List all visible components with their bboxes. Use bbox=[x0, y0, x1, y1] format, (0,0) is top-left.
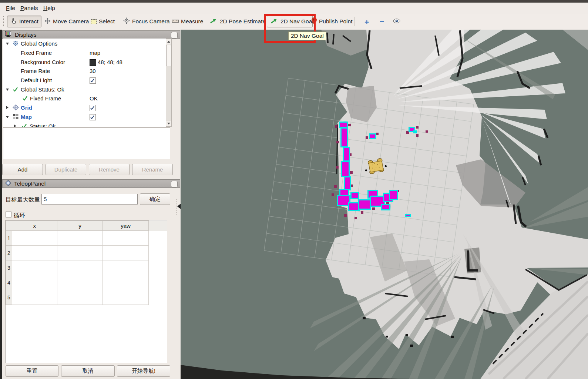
row-header-3[interactable]: 3 bbox=[6, 260, 12, 275]
diamond-icon bbox=[5, 180, 11, 187]
tree-row-map-status-clipped[interactable]: Status: Ok bbox=[3, 122, 166, 127]
cell-x-5[interactable] bbox=[12, 290, 57, 305]
toolbar-drag-handle[interactable] bbox=[3, 16, 5, 27]
row-header-4[interactable]: 4 bbox=[6, 275, 12, 290]
render-viewport[interactable] bbox=[181, 30, 588, 379]
cell-yaw-1[interactable] bbox=[103, 231, 149, 246]
status-ok-check-icon bbox=[21, 123, 27, 127]
menu-help[interactable]: Help bbox=[42, 4, 57, 13]
cell-y-5[interactable] bbox=[57, 290, 103, 305]
displays-tree[interactable]: Global Options Fixed Frame map Backgroun… bbox=[3, 39, 166, 127]
confirm-button[interactable]: 确定 bbox=[140, 193, 170, 205]
remove-button[interactable]: Remove bbox=[89, 164, 130, 175]
cell-yaw-2[interactable] bbox=[103, 246, 149, 260]
add-display-button[interactable]: + bbox=[364, 16, 369, 28]
table-row: 1 bbox=[6, 231, 167, 246]
displays-panel-header[interactable]: Displays bbox=[2, 30, 180, 39]
focus-camera-tool[interactable]: Focus Camera bbox=[123, 16, 170, 27]
max-goals-input[interactable] bbox=[41, 194, 138, 205]
cell-y-1[interactable] bbox=[57, 231, 103, 246]
map-display-icon bbox=[13, 114, 19, 121]
background-color-value[interactable]: 48; 48; 48 bbox=[98, 59, 122, 65]
tree-row-background-color[interactable]: Background Color 48; 48; 48 bbox=[3, 58, 166, 67]
tree-item-label: Frame Rate bbox=[21, 68, 50, 74]
row-header-5[interactable]: 5 bbox=[6, 290, 12, 305]
row-header-2[interactable]: 2 bbox=[6, 246, 12, 260]
tree-row-grid[interactable]: Grid bbox=[3, 103, 166, 113]
status-ok-check-icon bbox=[13, 87, 18, 93]
cell-x-4[interactable] bbox=[12, 275, 57, 290]
add-button[interactable]: Add bbox=[2, 164, 43, 175]
menu-file[interactable]: File bbox=[4, 4, 17, 13]
menu-panels[interactable]: Panels bbox=[19, 4, 39, 13]
tree-row-global-status[interactable]: Global Status: Ok bbox=[3, 85, 166, 94]
left-dock-area: Displays Global Options Fixed Frame bbox=[2, 30, 181, 379]
tree-row-map[interactable]: Map bbox=[3, 113, 166, 122]
tree-row-default-light[interactable]: Default Light bbox=[3, 76, 166, 85]
cell-yaw-3[interactable] bbox=[103, 260, 149, 275]
collapse-left-icon[interactable] bbox=[177, 204, 181, 209]
scroll-up-icon[interactable] bbox=[166, 39, 171, 44]
grid-enabled-checkbox[interactable] bbox=[90, 105, 96, 111]
teleop-panel-header[interactable]: TeleopPanel bbox=[2, 179, 180, 188]
pose-estimate-tool[interactable]: 2D Pose Estimate bbox=[210, 16, 266, 27]
tree-item-label: Grid bbox=[21, 104, 32, 111]
tree-row-global-options[interactable]: Global Options bbox=[3, 39, 166, 49]
gear-icon bbox=[13, 40, 19, 48]
rename-button[interactable]: Rename bbox=[132, 164, 173, 175]
status-ok-check-icon bbox=[22, 96, 28, 102]
move-camera-tool[interactable]: Move Camera bbox=[44, 16, 89, 27]
tree-item-label: Global Status: Ok bbox=[21, 86, 64, 93]
tree-item-label: Status: Ok bbox=[30, 123, 56, 127]
cell-yaw-5[interactable] bbox=[103, 290, 149, 305]
publish-point-tool[interactable]: Publish Point bbox=[312, 16, 352, 27]
expander-right-icon[interactable] bbox=[6, 106, 9, 109]
measure-tool[interactable]: Measure bbox=[172, 16, 203, 27]
panel-float-button[interactable] bbox=[171, 32, 178, 39]
interact-tool-button[interactable]: Interact bbox=[7, 16, 41, 27]
teleop-panel-title: TeleopPanel bbox=[14, 180, 46, 187]
reset-button[interactable]: 重置 bbox=[6, 365, 58, 377]
views-button[interactable] bbox=[393, 16, 400, 27]
fixed-frame-value[interactable]: map bbox=[90, 50, 100, 56]
expander-down-icon[interactable] bbox=[6, 89, 9, 91]
cell-yaw-4[interactable] bbox=[103, 275, 149, 290]
tree-row-fixed-frame[interactable]: Fixed Frame map bbox=[3, 49, 166, 58]
goals-table-viewport[interactable]: x y yaw 1 2 3 bbox=[5, 220, 167, 363]
cell-y-4[interactable] bbox=[57, 275, 103, 290]
map-enabled-checkbox[interactable] bbox=[90, 114, 96, 120]
table-row: 5 bbox=[6, 290, 167, 305]
tree-item-label: Fixed Frame bbox=[21, 50, 52, 56]
cancel-button[interactable]: 取消 bbox=[61, 365, 115, 377]
tree-row-frame-rate[interactable]: Frame Rate 30 bbox=[3, 67, 166, 76]
expander-right-icon[interactable] bbox=[14, 124, 16, 127]
expander-down-icon[interactable] bbox=[6, 43, 9, 45]
tree-row-fixed-frame-status[interactable]: Fixed Frame OK bbox=[3, 94, 166, 103]
row-header-1[interactable]: 1 bbox=[6, 231, 12, 246]
loop-checkbox[interactable] bbox=[6, 212, 11, 217]
cell-x-3[interactable] bbox=[12, 260, 57, 275]
color-swatch[interactable] bbox=[90, 59, 96, 66]
start-navigation-button[interactable]: 开始导航! bbox=[117, 365, 170, 377]
cell-y-3[interactable] bbox=[57, 260, 103, 275]
scrollbar-thumb[interactable] bbox=[166, 45, 171, 66]
column-header-yaw[interactable]: yaw bbox=[103, 221, 149, 231]
cell-x-1[interactable] bbox=[12, 231, 57, 246]
panel-splitter[interactable] bbox=[175, 199, 181, 216]
cell-y-2[interactable] bbox=[57, 246, 103, 260]
frame-rate-value[interactable]: 30 bbox=[90, 68, 96, 74]
scroll-down-icon[interactable] bbox=[166, 121, 171, 126]
table-row: 4 bbox=[6, 275, 167, 290]
panel-float-button[interactable] bbox=[171, 181, 178, 187]
duplicate-button[interactable]: Duplicate bbox=[46, 164, 86, 175]
expander-down-icon[interactable] bbox=[6, 116, 9, 118]
nav-goal-tooltip: 2D Nav Goal bbox=[288, 31, 326, 40]
select-tool[interactable]: Select bbox=[91, 16, 115, 27]
max-goals-label: 目标最大数量 bbox=[6, 196, 40, 204]
remove-display-button[interactable]: − bbox=[380, 16, 384, 27]
tree-scrollbar[interactable] bbox=[166, 39, 172, 127]
column-header-y[interactable]: y bbox=[57, 221, 103, 231]
default-light-checkbox[interactable] bbox=[90, 77, 96, 84]
column-header-x[interactable]: x bbox=[12, 221, 57, 231]
cell-x-2[interactable] bbox=[12, 246, 57, 260]
